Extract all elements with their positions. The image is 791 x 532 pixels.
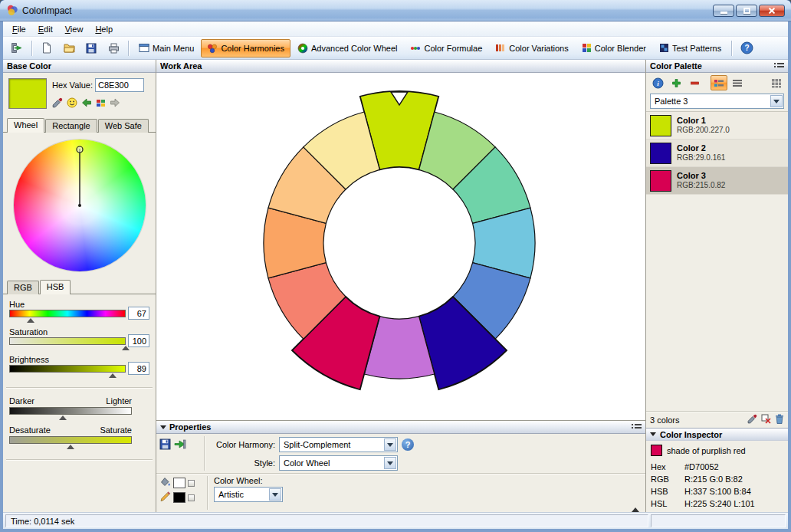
status-time: Time: 0,0114 sek [11,517,74,526]
fill-bucket-icon[interactable] [159,477,171,489]
palette-color-row[interactable]: Color 2 RGB:29.0.161 [646,140,788,167]
view-list-button[interactable] [729,75,746,90]
color-blender-icon [582,43,592,53]
tab-wheel[interactable]: Wheel [7,118,44,133]
scroll-up-button[interactable] [632,498,639,507]
properties-header[interactable]: Properties [156,421,645,434]
properties-menu-icon[interactable] [632,423,642,431]
toolbar-separator [731,41,732,56]
chevron-down-icon[interactable] [384,457,396,469]
color-name: Color 1 [677,116,730,126]
open-button[interactable] [58,39,80,57]
desaturate-saturate-marker[interactable] [67,445,74,449]
palette-select[interactable]: Palette 3 [650,94,784,109]
brightness-slider-marker[interactable] [109,373,117,378]
color-blender-button[interactable]: Color Blender [576,39,652,57]
random-color-smiley-icon[interactable] [67,97,77,108]
saturation-value[interactable]: 100 [128,334,149,347]
color-harmonies-button[interactable]: Color Harmonies [201,39,290,57]
menu-help[interactable]: Help [89,23,119,35]
chevron-down-icon[interactable] [269,488,281,501]
close-button[interactable] [759,5,785,17]
save-button[interactable] [80,39,102,57]
fill-options-icon[interactable] [188,480,195,487]
color-mode-tabs: RGB HSB [3,279,156,294]
color-inspector-header[interactable]: Color Inspector [646,428,788,441]
remove-color-button[interactable] [686,75,703,90]
export-harmony-button[interactable] [174,438,186,452]
hex-value-input[interactable] [95,78,144,92]
toolbar-separator [31,41,32,56]
palette-color-row[interactable]: Color 1 RGB:200.227.0 [646,112,788,140]
properties-panel: Properties Color Harmony: [156,420,645,512]
collapse-icon[interactable] [650,432,656,436]
menu-file[interactable]: File [6,23,32,35]
eyedropper-icon[interactable] [52,97,63,108]
recent-colors-icon[interactable] [96,99,106,107]
tab-hsb[interactable]: HSB [40,280,71,294]
darker-lighter-slider[interactable] [9,407,132,415]
work-area-panel: Work Area Properties [156,60,645,512]
stroke-color-swatch[interactable] [173,492,185,503]
chevron-down-icon[interactable] [384,438,396,451]
tab-rectangle[interactable]: Rectangle [45,119,97,133]
color-wheel-style-select[interactable]: Artistic [214,487,283,502]
wheel-needle[interactable] [14,140,146,271]
work-area-canvas[interactable] [156,73,645,420]
menu-edit[interactable]: Edit [32,23,59,35]
remove-swatch-icon[interactable] [761,414,771,425]
menu-view[interactable]: View [59,23,90,35]
stroke-pencil-icon[interactable] [159,491,171,504]
color-wheel-label: Color Wheel: [214,476,283,485]
desaturate-saturate-slider[interactable] [9,436,132,444]
saturation-slider[interactable] [9,337,126,345]
maximize-button[interactable] [736,5,757,17]
view-detail-button[interactable] [711,75,727,90]
palette-menu-icon[interactable] [774,62,784,70]
separator [6,459,153,461]
color-variations-button[interactable]: Color Variations [489,39,574,57]
color-wheel-picker[interactable] [14,140,146,271]
swap-colors-icon[interactable] [188,494,195,501]
main-menu-button[interactable]: Main Menu [133,39,200,57]
hex-value-label: Hex Value: [52,80,93,90]
add-color-button[interactable] [668,75,684,90]
tab-rgb[interactable]: RGB [7,281,39,294]
info-icon[interactable]: i [649,75,666,90]
harmony-help-icon[interactable]: ? [402,438,414,451]
saturate-label: Saturate [100,425,132,435]
test-patterns-button[interactable]: Test Patterns [653,39,727,57]
view-grid-button[interactable] [768,75,785,90]
hsl-value: H:225 S:240 L:101 [684,499,755,508]
fill-color-swatch[interactable] [173,478,185,488]
rgb-value: R:215 G:0 B:82 [684,475,743,484]
hue-slider-marker[interactable] [27,318,34,323]
back-arrow-icon[interactable] [81,98,92,107]
minimize-button[interactable] [713,5,734,17]
brightness-slider[interactable] [9,365,126,373]
forward-arrow-icon[interactable] [110,98,120,107]
color-swatch [650,170,671,192]
advanced-color-wheel-button[interactable]: Advanced Color Wheel [291,39,404,57]
help-button[interactable]: ? [736,39,757,57]
save-harmony-button[interactable] [159,438,171,452]
brightness-value[interactable]: 89 [128,362,149,375]
eyedropper-icon[interactable] [747,414,757,425]
hue-value[interactable]: 67 [128,307,149,320]
print-button[interactable] [103,39,124,57]
apply-to-document-button[interactable] [6,39,28,57]
chevron-down-icon[interactable] [770,95,783,107]
trash-icon[interactable] [775,414,784,425]
color-formulae-button[interactable]: Color Formulae [404,39,488,57]
tab-web-safe[interactable]: Web Safe [98,119,149,133]
new-document-button[interactable] [36,39,57,57]
base-color-swatch[interactable] [8,78,47,109]
hue-slider[interactable] [9,310,126,317]
palette-color-row-selected[interactable]: Color 3 RGB:215.0.82 [646,167,788,195]
collapse-icon[interactable] [160,425,166,429]
style-select[interactable]: Color Wheel [279,455,398,471]
color-harmony-select[interactable]: Split-Complement [279,437,398,452]
darker-lighter-marker[interactable] [59,415,67,420]
color-harmony-value: Split-Complement [284,440,350,449]
rgb-label: RGB [651,475,684,484]
